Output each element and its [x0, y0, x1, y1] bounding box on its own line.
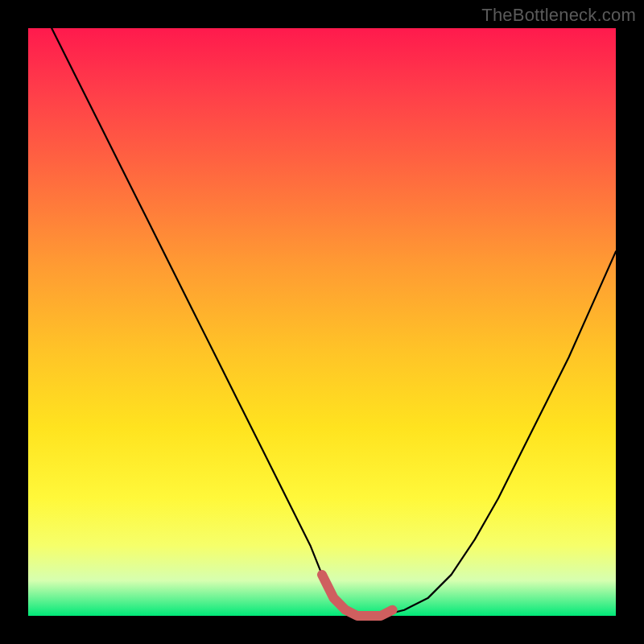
plot-area	[28, 28, 616, 616]
bottleneck-curve	[52, 28, 616, 616]
watermark: TheBottleneck.com	[481, 5, 636, 26]
curve-svg	[28, 28, 616, 616]
chart-frame: TheBottleneck.com	[0, 0, 644, 644]
optimal-range-highlight	[322, 575, 393, 616]
